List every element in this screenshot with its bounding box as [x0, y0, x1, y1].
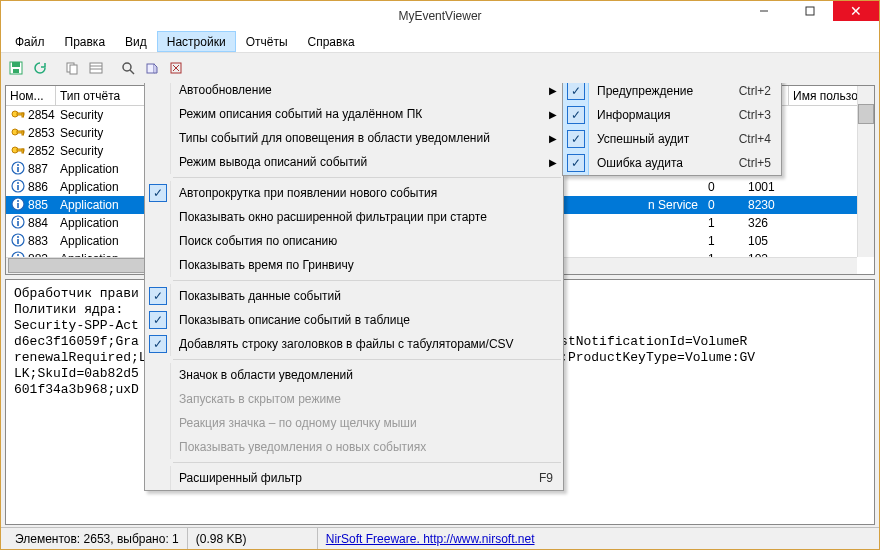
menu-item[interactable]: ✓Добавлять строку заголовков в файлы с т…: [145, 332, 563, 356]
menu-item[interactable]: Типы событий для оповещения в области ув…: [145, 126, 563, 150]
content-area: Ном... Тип отчёта Имя пользов 2854Securi…: [1, 83, 879, 527]
menu-item[interactable]: Режим описания событий на удалённом ПК▶: [145, 102, 563, 126]
menu-check-gutter: ✓: [563, 127, 589, 151]
properties-icon[interactable]: [85, 57, 107, 79]
cell-c4: 0: [704, 179, 744, 195]
svg-rect-39: [17, 239, 19, 244]
menu-edit[interactable]: Правка: [55, 31, 116, 52]
svg-point-10: [123, 63, 131, 71]
cell-c4: 1: [704, 233, 744, 249]
cell-number: 2854: [28, 108, 55, 122]
menu-check-gutter: [145, 126, 171, 150]
cell-c5: 1001: [744, 179, 789, 195]
menu-item-label: Показывать уведомления о новых событиях: [171, 440, 563, 454]
cell-type: Application: [56, 179, 153, 195]
menu-check-gutter: ✓: [563, 151, 589, 175]
find-icon[interactable]: [117, 57, 139, 79]
submenu-item[interactable]: ✓ПредупреждениеCtrl+2: [563, 83, 781, 103]
svg-point-32: [17, 200, 19, 202]
cell-c5: 8230: [744, 197, 789, 213]
status-items: Элементов: 2653, выбрано: 1: [7, 528, 188, 549]
menu-check-gutter: [145, 83, 171, 102]
col-report-type[interactable]: Тип отчёта: [56, 86, 153, 105]
menu-item: Показывать уведомления о новых событиях: [145, 435, 563, 459]
menu-item[interactable]: Показывать окно расширенной фильтрации п…: [145, 205, 563, 229]
menu-item[interactable]: Режим вывода описаний событий▶: [145, 150, 563, 174]
menu-item[interactable]: Показывать время по Гринвичу: [145, 253, 563, 277]
submenu-label: Информация: [589, 108, 721, 122]
menu-separator: [173, 280, 561, 281]
menu-item[interactable]: ✓Показывать данные событий: [145, 284, 563, 308]
copy-icon[interactable]: [61, 57, 83, 79]
menu-file[interactable]: Файл: [5, 31, 55, 52]
menu-check-gutter: [145, 363, 171, 387]
menu-item[interactable]: Расширенный фильтрF9: [145, 466, 563, 490]
menu-item-label: Показывать окно расширенной фильтрации п…: [171, 210, 563, 224]
close-button[interactable]: ✕: [833, 1, 879, 21]
cell-c4: 0: [704, 197, 744, 213]
menu-item-label: Автообновление: [171, 83, 543, 97]
menu-check-gutter: ✓: [145, 308, 171, 332]
menu-item[interactable]: ✓Показывать описание событий в таблице: [145, 308, 563, 332]
menu-view[interactable]: Вид: [115, 31, 157, 52]
submenu-item[interactable]: ✓Ошибка аудитаCtrl+5: [563, 151, 781, 175]
menu-check-gutter: [145, 253, 171, 277]
submenu-arrow-icon: ▶: [543, 109, 563, 120]
menu-item[interactable]: Поиск события по описанию: [145, 229, 563, 253]
svg-point-26: [17, 164, 19, 166]
status-bar: Элементов: 2653, выбрано: 1 (0.98 KB) Ni…: [1, 527, 879, 549]
cell-number: 883: [28, 234, 48, 248]
svg-rect-36: [17, 221, 19, 226]
menu-item-label: Показывать описание событий в таблице: [171, 313, 563, 327]
submenu-arrow-icon: ▶: [543, 157, 563, 168]
filter-submenu: ✓ОшибкаCtrl+1✓ПредупреждениеCtrl+2✓Инфор…: [562, 83, 782, 176]
menu-check-gutter: [145, 205, 171, 229]
options-icon[interactable]: [141, 57, 163, 79]
cell-number: 884: [28, 216, 48, 230]
menu-check-gutter: ✓: [145, 332, 171, 356]
menu-item[interactable]: Автообновление▶: [145, 83, 563, 102]
maximize-button[interactable]: [787, 1, 833, 21]
menu-item-label: Добавлять строку заголовков в файлы с та…: [171, 337, 563, 351]
title-bar: MyEventViewer ✕: [1, 1, 879, 31]
cell-number: 886: [28, 180, 48, 194]
menu-shortcut: Ctrl+2: [721, 84, 781, 98]
minimize-button[interactable]: [741, 1, 787, 21]
submenu-item[interactable]: ✓Успешный аудитCtrl+4: [563, 127, 781, 151]
refresh-icon[interactable]: [29, 57, 51, 79]
toolbar: [1, 53, 879, 83]
svg-rect-27: [17, 167, 19, 172]
menu-item-label: Запускать в скрытом режиме: [171, 392, 563, 406]
svg-rect-3: [12, 62, 20, 67]
status-link[interactable]: NirSoft Freeware. http://www.nirsoft.net: [318, 532, 535, 546]
exit-icon[interactable]: [165, 57, 187, 79]
menu-item-label: Реакция значка – по одному щелчку мыши: [171, 416, 563, 430]
svg-point-41: [17, 254, 19, 256]
cell-c5: 326: [744, 215, 789, 231]
menu-help[interactable]: Справка: [298, 31, 365, 52]
col-number[interactable]: Ном...: [6, 86, 56, 105]
menu-check-gutter: [145, 387, 171, 411]
menu-separator: [173, 462, 561, 463]
menu-settings[interactable]: Настройки: [157, 31, 236, 52]
submenu-item[interactable]: ✓ИнформацияCtrl+3: [563, 103, 781, 127]
menu-item[interactable]: Значок в области уведомлений: [145, 363, 563, 387]
menu-reports[interactable]: Отчёты: [236, 31, 298, 52]
svg-rect-6: [70, 65, 77, 74]
submenu-arrow-icon: ▶: [543, 133, 563, 144]
svg-rect-24: [22, 149, 24, 153]
menu-item[interactable]: ✓Автопрокрутка при появлении нового собы…: [145, 181, 563, 205]
cell-number: 885: [28, 198, 48, 212]
cell-c4: 1: [704, 215, 744, 231]
save-icon[interactable]: [5, 57, 27, 79]
table-scroll-v[interactable]: [857, 86, 874, 257]
menu-item-label: Режим вывода описаний событий: [171, 155, 543, 169]
menu-check-gutter: ✓: [145, 284, 171, 308]
svg-point-38: [17, 236, 19, 238]
menu-shortcut: Ctrl+3: [721, 108, 781, 122]
menu-item-label: Расширенный фильтр: [171, 471, 503, 485]
menu-item-label: Режим описания событий на удалённом ПК: [171, 107, 543, 121]
menu-check-gutter: [145, 102, 171, 126]
menu-check-gutter: [145, 229, 171, 253]
menu-check-gutter: ✓: [563, 83, 589, 103]
